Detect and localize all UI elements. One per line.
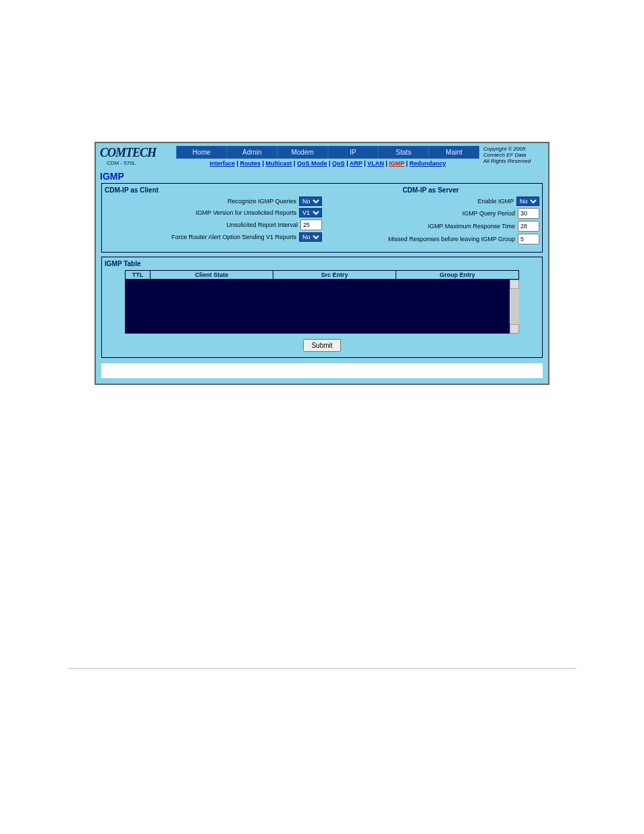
igmp-version-select[interactable]: V1 — [299, 208, 322, 217]
nav-tabs: Home Admin Modem IP Stats Maint — [176, 146, 479, 159]
col-group-entry: Group Entry — [396, 271, 518, 279]
topbar: COMTECH CDM - 570L Home Admin Modem IP S… — [96, 143, 548, 170]
bullet-item — [115, 595, 576, 604]
tab-ip[interactable]: IP — [328, 146, 379, 159]
table-header: TTL Client State Src Entry Group Entry — [125, 270, 519, 280]
link-qos[interactable]: QoS — [332, 160, 345, 167]
table-content — [125, 280, 510, 334]
igmp-table-title: IGMP Table — [105, 260, 539, 267]
table-body — [125, 280, 519, 334]
unsolicited-interval-input[interactable] — [300, 219, 322, 230]
igmp-version-label: IGMP Version for Unsolicited Reports — [196, 209, 296, 216]
bullet-item — [115, 638, 576, 648]
igmp-table-box: IGMP Table TTL Client State Src Entry Gr… — [101, 257, 543, 358]
enable-igmp-label: Enable IGMP — [477, 198, 514, 205]
link-routes[interactable]: Routes — [240, 160, 261, 167]
tab-stats[interactable]: Stats — [378, 146, 429, 159]
link-qosmode[interactable]: QoS Mode — [297, 160, 327, 167]
server-column: CDM-IP as Server Enable IGMP No IGMP Que… — [322, 186, 539, 246]
link-redundancy[interactable]: Redundancy — [410, 160, 446, 167]
scroll-down-icon[interactable] — [510, 324, 519, 334]
sub-nav: Interface | Routes | Multicast | QoS Mod… — [176, 159, 479, 170]
bullet-item — [115, 546, 576, 555]
logo-model: CDM - 570L — [107, 160, 156, 166]
max-response-input[interactable] — [518, 221, 539, 232]
bullet-item — [115, 454, 576, 463]
body-text — [88, 432, 576, 648]
submit-button[interactable]: Submit — [303, 339, 340, 352]
col-client-state: Client State — [151, 271, 273, 279]
tab-modem[interactable]: Modem — [277, 146, 328, 159]
tab-maint[interactable]: Maint — [429, 146, 479, 159]
page-title: IGMP — [100, 171, 548, 182]
scrollbar[interactable] — [510, 280, 519, 334]
enable-igmp-select[interactable]: No — [516, 197, 539, 206]
server-title: CDM-IP as Server — [322, 186, 539, 194]
force-router-alert-select[interactable]: No — [299, 232, 322, 242]
bullet-item — [115, 497, 576, 506]
copyright-line: Comtech EF Data — [483, 152, 544, 158]
app-window: COMTECH CDM - 570L Home Admin Modem IP S… — [95, 142, 549, 385]
footer-blank — [101, 363, 543, 378]
client-title: CDM-IP as Client — [105, 186, 322, 194]
bullet-item — [115, 432, 576, 442]
tab-admin[interactable]: Admin — [227, 146, 277, 159]
link-vlan[interactable]: VLAN — [367, 160, 384, 167]
client-column: CDM-IP as Client Recognize IGMP Queries … — [105, 186, 322, 246]
col-src-entry: Src Entry — [273, 271, 396, 279]
tab-home[interactable]: Home — [176, 146, 227, 159]
recognize-queries-select[interactable]: No — [299, 197, 322, 206]
scroll-up-icon[interactable] — [510, 280, 519, 289]
logo-brand: COMTECH — [100, 146, 156, 160]
missed-responses-input[interactable] — [518, 234, 539, 244]
divider — [68, 668, 576, 669]
missed-responses-label: Missed Responses before leaving IGMP Gro… — [388, 236, 515, 242]
bullet-item — [115, 475, 576, 485]
max-response-label: IGMP Maximum Response Time — [428, 223, 515, 230]
copyright: Copyright © 2005 Comtech EF Data All Rig… — [479, 146, 544, 164]
link-arp[interactable]: ARP — [350, 160, 363, 167]
unsolicited-interval-label: Unsolicited Report Interval — [226, 221, 298, 228]
link-multicast[interactable]: Multicast — [266, 160, 292, 167]
query-period-label: IGMP Query Period — [462, 210, 515, 217]
copyright-line: All Rights Reserved — [483, 158, 544, 164]
query-period-input[interactable] — [518, 208, 539, 219]
recognize-queries-label: Recognize IGMP Queries — [227, 198, 296, 205]
config-box: CDM-IP as Client Recognize IGMP Queries … — [101, 183, 543, 253]
link-igmp[interactable]: IGMP — [389, 160, 404, 167]
bullet-item — [115, 617, 576, 626]
copyright-line: Copyright © 2005 — [483, 146, 544, 152]
force-router-alert-label: Force Router Alert Option Sending V1 Rep… — [171, 234, 296, 240]
link-interface[interactable]: Interface — [209, 160, 235, 167]
logo: COMTECH CDM - 570L — [100, 146, 156, 166]
col-ttl: TTL — [126, 271, 151, 279]
